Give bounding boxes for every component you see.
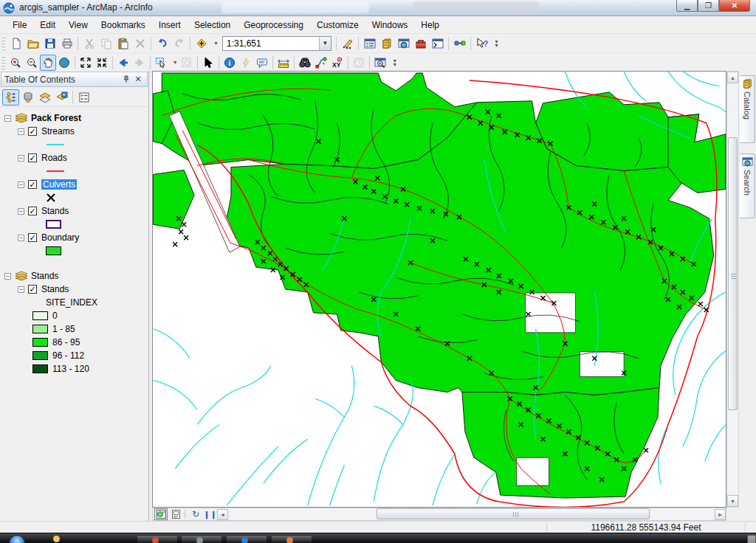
html-popup-icon[interactable] (254, 55, 270, 71)
go-to-xy-icon[interactable]: XY (329, 55, 346, 71)
restore-button[interactable]: ❐ (698, 0, 719, 12)
list-by-selection-icon[interactable] (53, 89, 70, 106)
menu-customize[interactable]: Customize (310, 18, 365, 32)
select-features-dropdown-arrow[interactable]: ▾ (171, 60, 179, 64)
copy-icon[interactable] (97, 35, 114, 52)
pan-icon[interactable] (40, 55, 56, 71)
visibility-checkbox[interactable]: ✓ (28, 153, 37, 162)
find-route-icon[interactable] (313, 55, 329, 71)
close-button[interactable]: ✕ (719, 0, 750, 12)
select-elements-icon[interactable] (200, 55, 216, 71)
hyperlink-lightning-icon[interactable] (238, 55, 254, 71)
zoom-in-icon[interactable] (7, 55, 24, 71)
collapse-toggle[interactable]: − (18, 181, 24, 188)
collapse-toggle[interactable]: − (18, 208, 24, 215)
toolbar-overflow-chevron[interactable]: ▾▾ (492, 40, 501, 47)
menu-selection[interactable]: Selection (188, 18, 237, 32)
menu-view[interactable]: View (62, 18, 94, 32)
save-icon[interactable] (41, 35, 58, 52)
cut-icon[interactable] (80, 35, 97, 52)
toolbar-grip[interactable] (1, 37, 5, 50)
search-window-icon[interactable] (395, 35, 412, 52)
zoom-out-icon[interactable] (24, 55, 40, 71)
paste-icon[interactable] (114, 35, 131, 52)
add-data-dropdown-arrow[interactable]: ▾ (211, 41, 220, 45)
toolbar-grip[interactable] (1, 56, 5, 69)
menu-help[interactable]: Help (414, 18, 446, 32)
visibility-checkbox[interactable]: ✓ (28, 127, 37, 136)
layer-boundary[interactable]: − ✓ Boundary (4, 231, 148, 244)
delete-icon[interactable] (131, 35, 148, 52)
measure-icon[interactable] (275, 55, 292, 71)
visibility-checkbox[interactable]: ✓ (28, 233, 37, 242)
viewer-window-icon[interactable] (372, 55, 388, 71)
dataframe-label[interactable]: Pack Forest (31, 113, 81, 123)
visibility-checkbox[interactable]: ✓ (28, 207, 37, 215)
dataframe-label[interactable]: Stands (31, 271, 58, 281)
scroll-left-button[interactable]: ◄ (217, 509, 228, 520)
list-by-source-icon[interactable] (19, 89, 36, 106)
layout-view-button[interactable] (169, 508, 182, 520)
map-scale-combo[interactable]: 1:31,651 ▼ (222, 36, 331, 51)
table-of-contents-window-icon[interactable] (361, 35, 378, 52)
collapse-toggle[interactable]: − (18, 155, 24, 162)
pause-drawing-button[interactable]: ❙❙ (204, 508, 217, 520)
open-folder-icon[interactable] (24, 35, 41, 52)
menu-windows[interactable]: Windows (365, 18, 415, 32)
whats-this-help-icon[interactable]: ? (473, 35, 490, 52)
dataframe-stands[interactable]: − Stands (4, 269, 148, 283)
minimize-button[interactable]: ▁ (676, 0, 698, 12)
toc-header[interactable]: Table Of Contents ✕ (1, 72, 148, 87)
editor-toolbar-icon[interactable] (339, 35, 356, 52)
show-desktop-button[interactable] (747, 535, 756, 543)
menu-edit[interactable]: Edit (33, 18, 62, 32)
clear-selection-icon[interactable] (179, 55, 195, 71)
menu-bookmarks[interactable]: Bookmarks (94, 18, 152, 32)
layer-label[interactable]: Stands (41, 284, 69, 294)
visibility-checkbox[interactable]: ✓ (28, 180, 37, 189)
scale-dropdown-arrow[interactable]: ▼ (319, 37, 331, 50)
layer-label-selected[interactable]: Culverts (41, 179, 77, 190)
layer-stands[interactable]: − ✓ Stands (4, 204, 148, 218)
layer-stands2[interactable]: − ✓ Stands (4, 283, 148, 296)
refresh-view-button[interactable]: ↻ (189, 508, 202, 520)
search-dock-tab[interactable]: Search (740, 153, 755, 218)
layer-streams[interactable]: − ✓ Streams (4, 125, 148, 138)
layer-label[interactable]: Boundary (41, 232, 79, 243)
data-view-button[interactable] (154, 508, 168, 520)
catalog-window-icon[interactable] (378, 35, 395, 52)
close-icon[interactable]: ✕ (132, 74, 144, 85)
map-scale-value[interactable]: 1:31,651 (223, 38, 319, 49)
scroll-right-button[interactable]: ► (715, 509, 726, 520)
modelbuilder-icon[interactable] (451, 35, 468, 52)
layer-culverts[interactable]: − ✓ Culverts (4, 178, 148, 191)
fixed-zoom-in-icon[interactable] (78, 55, 94, 71)
list-by-visibility-icon[interactable] (36, 89, 53, 106)
taskbar-folder-icon[interactable] (53, 536, 60, 542)
taskbar-app-button[interactable] (137, 535, 178, 543)
vertical-scroll-thumb[interactable] (728, 137, 738, 410)
new-document-icon[interactable] (7, 35, 24, 52)
layer-label[interactable]: Stands (41, 206, 69, 216)
collapse-toggle[interactable]: − (4, 115, 11, 122)
scroll-up-button[interactable]: ▲ (727, 72, 738, 83)
taskbar-app-button[interactable] (271, 535, 312, 543)
arctoolbox-icon[interactable] (412, 35, 429, 52)
go-back-extent-icon[interactable] (115, 55, 131, 71)
list-by-drawing-order-icon[interactable] (2, 89, 19, 106)
identify-icon[interactable]: i (221, 55, 238, 71)
print-icon[interactable] (58, 35, 75, 52)
menu-file[interactable]: File (6, 18, 33, 32)
undo-icon[interactable] (154, 35, 171, 52)
toolbar-overflow-chevron[interactable]: ▾▾ (390, 59, 398, 66)
scroll-down-button[interactable]: ▼ (727, 495, 738, 507)
toc-options-icon[interactable] (75, 89, 92, 106)
layer-roads[interactable]: − ✓ Roads (4, 151, 148, 165)
taskbar-app-button[interactable] (181, 535, 222, 543)
map-vertical-scrollbar[interactable]: ▲ ▼ (726, 71, 739, 508)
taskbar-app-button[interactable] (226, 535, 267, 543)
collapse-toggle[interactable]: − (18, 128, 24, 135)
menu-geoprocessing[interactable]: Geoprocessing (237, 18, 310, 32)
redo-icon[interactable] (171, 35, 188, 52)
find-binoculars-icon[interactable] (297, 55, 313, 71)
